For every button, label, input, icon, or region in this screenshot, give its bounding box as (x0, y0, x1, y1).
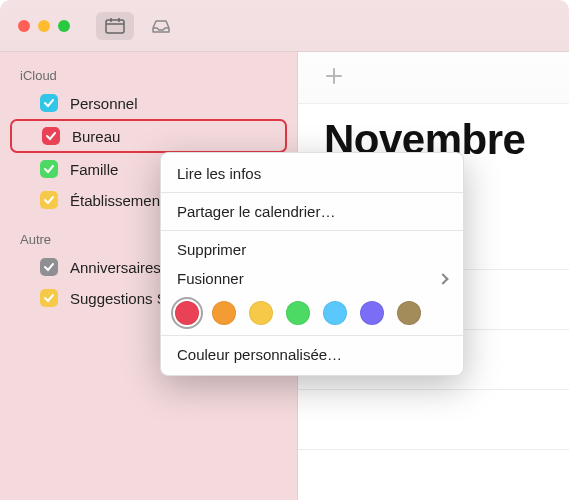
calendar-icon (105, 18, 125, 34)
check-icon (43, 97, 55, 109)
color-swatch-purple[interactable] (360, 301, 384, 325)
menu-item-label: Supprimer (177, 241, 246, 258)
calendar-checkbox[interactable] (42, 127, 60, 145)
traffic-lights (18, 20, 70, 32)
color-swatch-orange[interactable] (212, 301, 236, 325)
sidebar-item-label: Personnel (70, 95, 275, 112)
zoom-button[interactable] (58, 20, 70, 32)
color-swatch-blue[interactable] (323, 301, 347, 325)
calendar-checkbox[interactable] (40, 258, 58, 276)
menu-item-label: Partager le calendrier… (177, 203, 335, 220)
color-swatch-row (161, 293, 463, 331)
sidebar-item-bureau[interactable]: Bureau (10, 119, 287, 153)
calendar-grid-row (298, 390, 569, 450)
sidebar-section-header: iCloud (0, 64, 297, 87)
menu-item-get-info[interactable]: Lire les infos (161, 159, 463, 188)
calendar-checkbox[interactable] (40, 94, 58, 112)
menu-item-label: Couleur personnalisée… (177, 346, 342, 363)
close-button[interactable] (18, 20, 30, 32)
add-event-button[interactable] (324, 66, 344, 90)
chevron-right-icon (437, 273, 448, 284)
check-icon (43, 163, 55, 175)
sidebar-item-personnel[interactable]: Personnel (10, 88, 287, 118)
plus-icon (324, 66, 344, 86)
sidebar-item-label: Bureau (72, 128, 273, 145)
menu-item-share-calendar[interactable]: Partager le calendrier… (161, 197, 463, 226)
color-swatch-red[interactable] (175, 301, 199, 325)
calendar-checkbox[interactable] (40, 191, 58, 209)
calendar-checkbox[interactable] (40, 160, 58, 178)
menu-item-merge[interactable]: Fusionner (161, 264, 463, 293)
titlebar (0, 0, 569, 52)
inbox-icon (151, 18, 171, 34)
menu-item-delete[interactable]: Supprimer (161, 235, 463, 264)
menu-item-custom-color[interactable]: Couleur personnalisée… (161, 340, 463, 369)
context-menu: Lire les infos Partager le calendrier… S… (160, 152, 464, 376)
inbox-button[interactable] (142, 12, 180, 40)
minimize-button[interactable] (38, 20, 50, 32)
check-icon (43, 261, 55, 273)
color-swatch-green[interactable] (286, 301, 310, 325)
menu-item-label: Fusionner (177, 270, 244, 287)
check-icon (45, 130, 57, 142)
color-swatch-yellow[interactable] (249, 301, 273, 325)
menu-separator (161, 230, 463, 231)
menu-separator (161, 335, 463, 336)
menu-separator (161, 192, 463, 193)
menu-item-label: Lire les infos (177, 165, 261, 182)
svg-rect-0 (106, 20, 124, 33)
check-icon (43, 194, 55, 206)
color-swatch-brown[interactable] (397, 301, 421, 325)
calendar-checkbox[interactable] (40, 289, 58, 307)
main-toolbar (298, 52, 569, 104)
check-icon (43, 292, 55, 304)
calendars-toggle-button[interactable] (96, 12, 134, 40)
